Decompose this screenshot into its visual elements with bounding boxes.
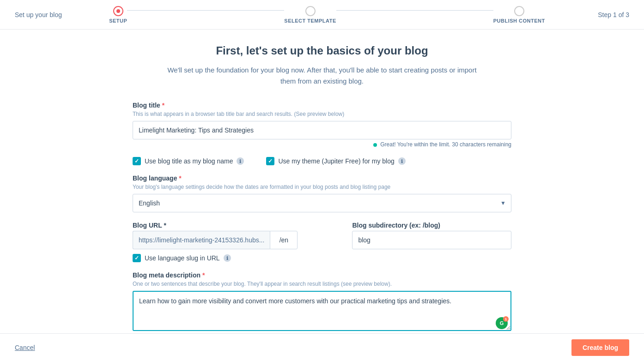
setup-form: Blog title * This is what appears in a b… bbox=[133, 102, 511, 342]
step-3: PUBLISH CONTENT bbox=[493, 6, 545, 24]
step-indicator: Step 1 of 3 bbox=[592, 11, 629, 18]
checkbox-language-slug-label: Use language slug in URL bbox=[145, 254, 220, 262]
info-icon-theme[interactable]: ℹ bbox=[398, 157, 406, 165]
blog-url-section: Blog URL * https://limelight-marketing-2… bbox=[133, 222, 511, 249]
blog-url-column: Blog URL * https://limelight-marketing-2… bbox=[133, 222, 345, 249]
info-icon-slug[interactable]: ℹ bbox=[224, 254, 231, 262]
step-1-circle bbox=[113, 6, 123, 16]
stepper: SETUP SELECT TEMPLATE PUBLISH CONTENT bbox=[62, 6, 592, 24]
url-locale-input[interactable] bbox=[270, 231, 298, 249]
step-1: SETUP bbox=[109, 6, 127, 24]
blog-language-select[interactable]: English French German Spanish bbox=[133, 194, 511, 212]
blog-meta-label: Blog meta description * bbox=[133, 271, 511, 279]
checkboxes-row: Use blog title as my blog name ℹ Use my … bbox=[133, 157, 511, 165]
step-2-circle bbox=[305, 6, 316, 16]
blog-title-group: Blog title * This is what appears in a b… bbox=[133, 102, 511, 148]
step-1-label: SETUP bbox=[109, 18, 127, 24]
create-blog-button[interactable]: Create blog bbox=[571, 339, 629, 356]
checkbox-theme-item[interactable]: Use my theme (Jupiter Free) for my blog … bbox=[266, 157, 405, 165]
page-title: Set up your blog bbox=[15, 11, 62, 18]
info-icon-blog-name[interactable]: ℹ bbox=[237, 157, 244, 165]
step-line-2 bbox=[336, 10, 493, 11]
checkbox-theme-box[interactable] bbox=[266, 157, 274, 165]
url-prefix: https://limelight-marketing-24153326.hub… bbox=[133, 231, 270, 249]
step-2-label: SELECT TEMPLATE bbox=[284, 18, 336, 24]
char-count: Great! You're within the limit. 30 chara… bbox=[133, 141, 511, 148]
page-subheading: We'll set up the foundation for your blo… bbox=[160, 65, 484, 87]
blog-title-label: Blog title * bbox=[133, 102, 511, 109]
checkbox-language-slug-item[interactable]: Use language slug in URL ℹ bbox=[133, 254, 511, 262]
blog-url-label: Blog URL * bbox=[133, 222, 345, 229]
grammarly-badge-count: 1 bbox=[503, 316, 509, 322]
step-3-circle bbox=[514, 6, 524, 16]
header: Set up your blog SETUP SELECT TEMPLATE P… bbox=[0, 0, 644, 30]
checkbox-blog-name-box[interactable] bbox=[133, 157, 141, 165]
required-marker: * bbox=[162, 102, 164, 109]
footer: Cancel Create blog bbox=[0, 333, 644, 361]
blog-language-select-wrapper: English French German Spanish ▼ bbox=[133, 194, 511, 212]
checkbox-language-slug-box[interactable] bbox=[133, 254, 141, 262]
checkbox-language-slug-row: Use language slug in URL ℹ bbox=[133, 254, 511, 262]
blog-url-input-row: https://limelight-marketing-24153326.hub… bbox=[133, 231, 345, 249]
step-line-1 bbox=[127, 10, 284, 11]
step-3-label: PUBLISH CONTENT bbox=[493, 18, 545, 24]
blog-title-hint: This is what appears in a browser tab ti… bbox=[133, 111, 511, 117]
step-2: SELECT TEMPLATE bbox=[284, 6, 336, 24]
blog-language-hint: Your blog's language settings decide how… bbox=[133, 184, 511, 190]
grammarly-badge: G 1 bbox=[496, 317, 508, 329]
cancel-button[interactable]: Cancel bbox=[15, 344, 35, 351]
blog-meta-hint: One or two sentences that describe your … bbox=[133, 281, 511, 287]
char-count-dot bbox=[373, 143, 377, 147]
blog-language-label: Blog language * bbox=[133, 174, 511, 182]
blog-meta-group: Blog meta description * One or two sente… bbox=[133, 271, 511, 333]
blog-subdirectory-input[interactable] bbox=[352, 231, 511, 249]
blog-title-input[interactable] bbox=[133, 121, 511, 139]
blog-meta-textarea[interactable] bbox=[133, 291, 511, 331]
checkbox-blog-name-label: Use blog title as my blog name bbox=[145, 157, 233, 165]
page-heading: First, let's set up the basics of your b… bbox=[216, 44, 428, 57]
blog-language-group: Blog language * Your blog's language set… bbox=[133, 174, 511, 212]
blog-subdirectory-column: Blog subdirectory (ex: /blog) bbox=[352, 222, 511, 249]
checkbox-theme-label: Use my theme (Jupiter Free) for my blog bbox=[278, 157, 394, 165]
blog-meta-textarea-wrapper: G 1 bbox=[133, 291, 511, 333]
checkbox-blog-name-item[interactable]: Use blog title as my blog name ℹ bbox=[133, 157, 244, 165]
main-content: First, let's set up the basics of your b… bbox=[0, 30, 644, 361]
blog-subdirectory-label: Blog subdirectory (ex: /blog) bbox=[352, 222, 511, 229]
